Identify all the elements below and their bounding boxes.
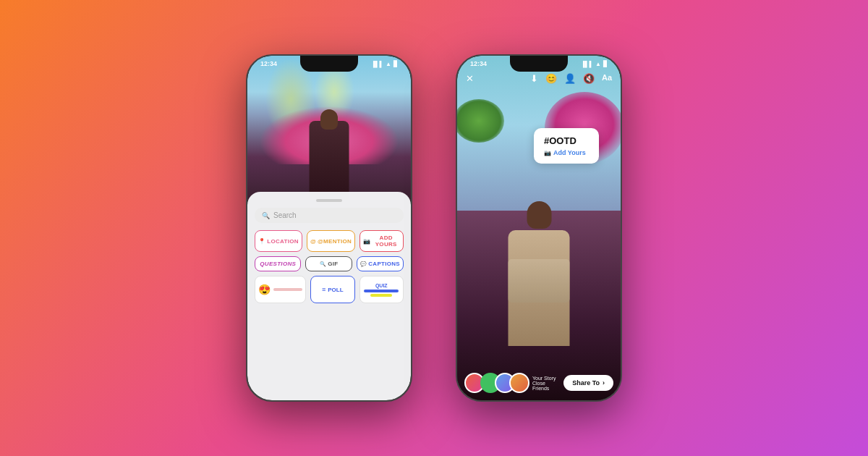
status-icons-left: ▐▌▌ ▲ ▊ xyxy=(371,61,398,67)
location-icon: 📍 xyxy=(258,238,265,245)
share-bar: ★ Your Story Close Friends Share To › xyxy=(457,373,621,393)
mute-icon[interactable]: 🔇 xyxy=(583,73,595,84)
sticker-mention[interactable]: @ @MENTION xyxy=(307,230,355,252)
gif-label: GIF xyxy=(328,261,338,267)
right-phone: 12:34 ▐▌▌ ▲ ▊ xyxy=(456,54,622,402)
avatar-group: ★ xyxy=(464,373,529,393)
emoji-icon[interactable]: 😊 xyxy=(545,73,557,84)
person-head-left xyxy=(320,109,338,130)
sticker-captions[interactable]: 💬 CAPTIONS xyxy=(357,256,404,271)
download-icon[interactable]: ⬇ xyxy=(530,73,538,84)
jacket xyxy=(509,259,570,303)
ootd-hashtag: #OOTD xyxy=(544,135,589,146)
location-label: LOCATION xyxy=(267,238,299,245)
person-right xyxy=(509,201,570,346)
chevron-right-icon: › xyxy=(603,379,605,387)
face-icon[interactable]: 👤 xyxy=(564,73,576,84)
person-head-right xyxy=(527,201,551,229)
status-time-left: 12:34 xyxy=(260,60,277,67)
status-icons-right: ▐▌▌ ▲ ▊ xyxy=(581,61,608,67)
person-body-left xyxy=(310,121,349,200)
left-phone-screen: 12:34 ▐▌▌ ▲ ▊ 🔍 Search xyxy=(247,56,411,400)
close-icon[interactable]: ✕ xyxy=(466,73,474,84)
poll-label: POLL xyxy=(328,287,343,293)
sticker-questions[interactable]: QUESTIONS xyxy=(255,256,301,271)
add-yours-text: Add Yours xyxy=(553,149,586,156)
signal-icon-right: ▐▌▌ xyxy=(581,61,593,67)
top-toolbar-right: ✕ ⬇ 😊 👤 🔇 Aa xyxy=(457,73,621,84)
share-to-button[interactable]: Share To › xyxy=(563,375,613,391)
tray-handle xyxy=(316,199,342,202)
sticker-poll[interactable]: ≡ POLL xyxy=(310,276,355,303)
sticker-tray: 🔍 Search 📍 LOCATION @ @MENTION 📷 ADD YOU… xyxy=(247,192,411,400)
avatar-extra2 xyxy=(509,373,529,393)
story-circles: ★ Your Story Close Friends xyxy=(464,373,563,393)
star-icon: ★ xyxy=(487,378,495,388)
status-bar-left: 12:34 ▐▌▌ ▲ ▊ xyxy=(247,60,411,67)
battery-icon: ▊ xyxy=(393,61,398,67)
add-yours-icon-right: 📷 xyxy=(544,150,551,156)
quiz-label: QUIZ xyxy=(375,283,388,288)
share-to-label: Share To xyxy=(572,379,600,387)
questions-label: QUESTIONS xyxy=(260,261,296,267)
ootd-sticker[interactable]: #OOTD 📷 Add Yours xyxy=(534,128,599,164)
close-friends-label: Close Friends xyxy=(532,381,563,391)
add-yours-sticker-label: 📷 Add Yours xyxy=(544,149,589,156)
sticker-row-1: 📍 LOCATION @ @MENTION 📷 ADD YOURS xyxy=(255,230,404,252)
mention-icon: @ xyxy=(310,238,316,245)
sticker-row-2: QUESTIONS 🔍 GIF 💬 CAPTIONS xyxy=(255,256,404,271)
sticker-quiz[interactable]: QUIZ xyxy=(359,276,404,303)
leaves-left xyxy=(457,99,504,143)
gif-icon: 🔍 xyxy=(320,261,326,267)
your-story-label: Your Story xyxy=(532,376,563,381)
sticker-row-3: 😍 ≡ POLL QUIZ xyxy=(255,276,404,303)
search-placeholder: Search xyxy=(273,211,297,219)
story-background-right: ✕ ⬇ 😊 👤 🔇 Aa #OOTD 📷 Add Yours xyxy=(457,56,621,400)
right-phone-screen: 12:34 ▐▌▌ ▲ ▊ xyxy=(457,56,621,400)
quiz-bar-full xyxy=(364,290,399,292)
sticker-gif[interactable]: 🔍 GIF xyxy=(305,256,352,271)
captions-label: CAPTIONS xyxy=(368,261,400,267)
search-bar[interactable]: 🔍 Search xyxy=(255,208,404,223)
mention-label: @MENTION xyxy=(318,238,352,245)
text-icon[interactable]: Aa xyxy=(602,73,612,84)
emoji-face-icon: 😍 xyxy=(258,284,271,295)
search-icon: 🔍 xyxy=(262,212,270,219)
status-bar-right: 12:34 ▐▌▌ ▲ ▊ xyxy=(457,60,621,67)
sticker-emoji[interactable]: 😍 xyxy=(255,276,306,303)
emoji-bar xyxy=(273,288,302,291)
top-right-icons: ⬇ 😊 👤 🔇 Aa xyxy=(530,73,612,84)
quiz-bar-partial xyxy=(370,294,392,297)
wifi-icon: ▲ xyxy=(386,61,391,67)
captions-icon: 💬 xyxy=(360,261,367,267)
signal-icon: ▐▌▌ xyxy=(371,61,383,67)
story-image-left xyxy=(247,56,411,200)
left-phone: 12:34 ▐▌▌ ▲ ▊ 🔍 Search xyxy=(246,54,412,402)
sticker-add-yours[interactable]: 📷 ADD YOURS xyxy=(359,230,404,252)
status-time-right: 12:34 xyxy=(470,60,487,67)
wifi-icon-right: ▲ xyxy=(595,61,601,67)
add-yours-label: ADD YOURS xyxy=(372,235,400,248)
poll-icon: ≡ xyxy=(322,286,326,293)
battery-icon-right: ▊ xyxy=(603,61,608,67)
sticker-location[interactable]: 📍 LOCATION xyxy=(255,230,302,252)
story-labels: Your Story Close Friends xyxy=(532,376,563,391)
add-yours-icon: 📷 xyxy=(363,238,370,245)
